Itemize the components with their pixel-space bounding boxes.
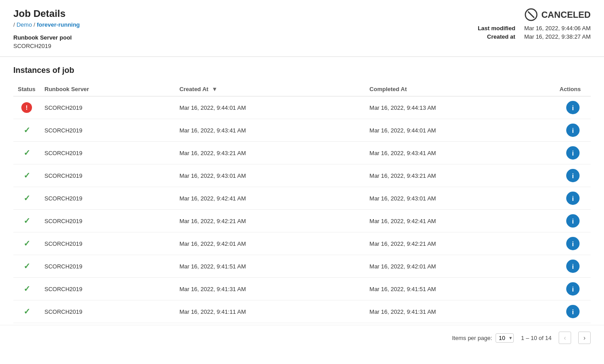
runbook-server-cell: SCORCH2019 <box>40 119 175 142</box>
status-cell: ✓ <box>13 187 40 210</box>
created-at-cell: Mar 16, 2022, 9:41:51 AM <box>175 255 365 278</box>
info-button[interactable]: i <box>566 260 580 273</box>
completed-at-cell: Mar 16, 2022, 9:44:13 AM <box>365 96 555 119</box>
info-button[interactable]: i <box>566 282 580 296</box>
info-button[interactable]: i <box>566 305 580 318</box>
success-status-icon: ✓ <box>24 262 30 271</box>
actions-cell: i <box>555 210 591 232</box>
breadcrumb-separator2: / <box>34 21 37 28</box>
table-row: ✓SCORCH2019Mar 16, 2022, 9:41:31 AMMar 1… <box>13 278 591 300</box>
actions-cell: i <box>555 255 591 278</box>
last-modified-value: Mar 16, 2022, 9:44:06 AM <box>524 25 591 32</box>
sort-desc-icon: ▼ <box>212 86 218 92</box>
status-cell: ✓ <box>13 119 40 142</box>
table-header: Status Runbook Server Created At ▼ Compl… <box>13 82 591 96</box>
header-left: Job Details / Demo / forever-running Run… <box>13 8 80 49</box>
runbook-server-cell: SCORCH2019 <box>40 278 175 300</box>
col-created-at[interactable]: Created At ▼ <box>175 82 365 96</box>
completed-at-cell: Mar 16, 2022, 9:41:31 AM <box>365 300 555 323</box>
created-at-cell: Mar 16, 2022, 9:41:11 AM <box>175 300 365 323</box>
status-cell: ! <box>13 96 40 119</box>
runbook-server-cell: SCORCH2019 <box>40 232 175 255</box>
created-at-label: Created at <box>478 33 516 40</box>
actions-cell: i <box>555 187 591 210</box>
runbook-server-cell: SCORCH2019 <box>40 210 175 232</box>
table-row: ✓SCORCH2019Mar 16, 2022, 9:42:21 AMMar 1… <box>13 210 591 232</box>
next-page-button[interactable]: › <box>578 332 591 344</box>
meta-section: Runbook Server pool SCORCH2019 <box>13 34 80 49</box>
created-at-cell: Mar 16, 2022, 9:44:01 AM <box>175 96 365 119</box>
col-completed-at: Completed At <box>365 82 555 96</box>
completed-at-cell: Mar 16, 2022, 9:43:01 AM <box>365 187 555 210</box>
breadcrumb-job-link[interactable]: forever-running <box>37 21 80 28</box>
table-row: ✓SCORCH2019Mar 16, 2022, 9:43:21 AMMar 1… <box>13 142 591 164</box>
created-at-cell: Mar 16, 2022, 9:42:01 AM <box>175 232 365 255</box>
info-button[interactable]: i <box>566 214 580 228</box>
completed-at-cell: Mar 16, 2022, 9:42:41 AM <box>365 210 555 232</box>
col-runbook-server: Runbook Server <box>40 82 175 96</box>
success-status-icon: ✓ <box>24 216 30 225</box>
table-body: !SCORCH2019Mar 16, 2022, 9:44:01 AMMar 1… <box>13 96 591 323</box>
info-button[interactable]: i <box>566 192 580 205</box>
created-at-cell: Mar 16, 2022, 9:42:41 AM <box>175 187 365 210</box>
success-status-icon: ✓ <box>24 171 30 180</box>
header-right: CANCELED Last modified Mar 16, 2022, 9:4… <box>478 8 591 40</box>
status-cell: ✓ <box>13 210 40 232</box>
success-status-icon: ✓ <box>24 194 30 203</box>
items-per-page: Items per page: 5 10 25 50 <box>452 333 514 343</box>
runbook-server-cell: SCORCH2019 <box>40 164 175 187</box>
status-cell: ✓ <box>13 278 40 300</box>
table-row: ✓SCORCH2019Mar 16, 2022, 9:41:11 AMMar 1… <box>13 300 591 323</box>
svg-line-1 <box>528 12 534 18</box>
created-at-cell: Mar 16, 2022, 9:43:41 AM <box>175 119 365 142</box>
completed-at-cell: Mar 16, 2022, 9:44:01 AM <box>365 119 555 142</box>
runbook-server-pool-label: Runbook Server pool <box>13 34 80 41</box>
page-info: 1 – 10 of 14 <box>521 335 552 341</box>
runbook-server-cell: SCORCH2019 <box>40 300 175 323</box>
created-at-value: Mar 16, 2022, 9:38:27 AM <box>524 33 591 40</box>
status-cell: ✓ <box>13 300 40 323</box>
completed-at-cell: Mar 16, 2022, 9:42:01 AM <box>365 255 555 278</box>
created-at-cell: Mar 16, 2022, 9:41:31 AM <box>175 278 365 300</box>
per-page-select[interactable]: 5 10 25 50 <box>496 333 514 343</box>
success-status-icon: ✓ <box>24 126 30 135</box>
instances-section: Instances of job Status Runbook Server C… <box>0 57 604 323</box>
per-page-wrapper: 5 10 25 50 <box>496 333 514 343</box>
status-badge: CANCELED <box>524 8 591 21</box>
status-cell: ✓ <box>13 164 40 187</box>
success-status-icon: ✓ <box>24 148 30 157</box>
runbook-server-cell: SCORCH2019 <box>40 187 175 210</box>
pagination-bar: Items per page: 5 10 25 50 1 – 10 of 14 … <box>0 325 604 350</box>
info-button[interactable]: i <box>566 101 580 114</box>
created-at-cell: Mar 16, 2022, 9:42:21 AM <box>175 210 365 232</box>
runbook-server-pool-value: SCORCH2019 <box>13 43 80 49</box>
info-button[interactable]: i <box>566 124 580 137</box>
status-cell: ✓ <box>13 255 40 278</box>
instances-table: Status Runbook Server Created At ▼ Compl… <box>13 82 591 323</box>
actions-cell: i <box>555 278 591 300</box>
meta-grid: Last modified Mar 16, 2022, 9:44:06 AM C… <box>478 25 591 40</box>
success-status-icon: ✓ <box>24 284 30 293</box>
runbook-server-cell: SCORCH2019 <box>40 96 175 119</box>
header-section: Job Details / Demo / forever-running Run… <box>0 0 604 57</box>
breadcrumb: / Demo / forever-running <box>13 21 80 28</box>
breadcrumb-demo-link[interactable]: Demo <box>16 21 32 28</box>
created-at-cell: Mar 16, 2022, 9:43:01 AM <box>175 164 365 187</box>
table-row: ✓SCORCH2019Mar 16, 2022, 9:43:01 AMMar 1… <box>13 164 591 187</box>
actions-cell: i <box>555 142 591 164</box>
info-button[interactable]: i <box>566 146 580 160</box>
success-status-icon: ✓ <box>24 239 30 248</box>
table-row: ✓SCORCH2019Mar 16, 2022, 9:41:51 AMMar 1… <box>13 255 591 278</box>
status-cell: ✓ <box>13 232 40 255</box>
status-cell: ✓ <box>13 142 40 164</box>
col-actions: Actions <box>555 82 591 96</box>
completed-at-cell: Mar 16, 2022, 9:42:21 AM <box>365 232 555 255</box>
actions-cell: i <box>555 96 591 119</box>
info-button[interactable]: i <box>566 169 580 182</box>
info-button[interactable]: i <box>566 237 580 250</box>
page-title: Job Details <box>13 8 80 20</box>
actions-cell: i <box>555 119 591 142</box>
col-status: Status <box>13 82 40 96</box>
last-modified-label: Last modified <box>478 25 516 32</box>
prev-page-button[interactable]: ‹ <box>559 332 571 344</box>
